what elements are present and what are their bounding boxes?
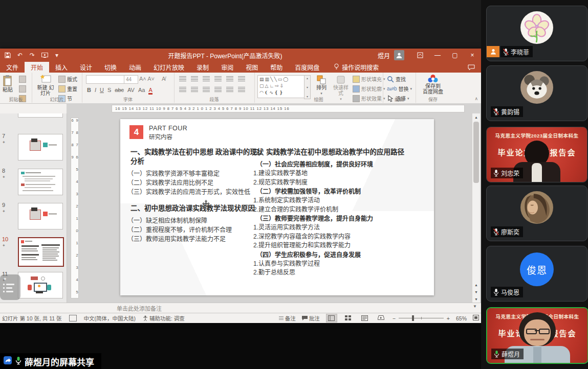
text-direction-icon[interactable]	[238, 76, 245, 82]
tab-record[interactable]: 录制	[190, 62, 215, 73]
shape-row-2[interactable]: ▢△∟⇨⇩	[259, 83, 303, 89]
save-to-baidu-netdisk-button[interactable]: 保存到 百度网盘	[421, 74, 445, 95]
bold-button[interactable]: B	[87, 87, 91, 93]
fit-to-window-button[interactable]	[473, 315, 479, 321]
change-case-button[interactable]: Aa	[138, 87, 145, 93]
thumbnail-slide-8[interactable]	[18, 169, 63, 195]
floating-list-overlay[interactable]: ✦	[0, 274, 20, 300]
slideshow-from-start-icon[interactable]	[41, 52, 48, 59]
italic-button[interactable]: I	[95, 87, 96, 93]
reading-view-button[interactable]	[360, 314, 370, 322]
shape-gallery[interactable]: ▤▥╲╲▭◯ ▢△∟⇨⇩ ◠❨∿❴❵	[257, 75, 306, 98]
next-slide-button[interactable]: ▼	[472, 288, 480, 295]
redo-button[interactable]: ↷	[29, 52, 36, 59]
tab-baidu-netdisk[interactable]: 百度网盘	[289, 62, 325, 73]
zoom-in-button[interactable]: +	[447, 315, 450, 321]
scroll-down-button[interactable]: ▼	[472, 295, 480, 303]
justify-icon[interactable]	[214, 87, 222, 93]
reset-button[interactable]: 重置	[58, 85, 77, 93]
numbering-icon[interactable]	[191, 76, 198, 82]
shape-fill-button[interactable]: 形状填充▾	[353, 75, 385, 83]
participant-tile[interactable]: 马克思主义学院2023届全日制本科生 毕业论文开题报告会 刘忠荣	[486, 127, 587, 182]
participant-tile-active-speaker[interactable]: 马克思主义学院2023届全日制本科生 毕业论文开题报告会 薛煜月	[486, 307, 588, 364]
comments-bubble-icon[interactable]	[468, 62, 475, 73]
vertical-ruler[interactable]: 9 8 7 6 5 4 3 2 1 0 1 2 3 4 5 6 7 8 9	[71, 118, 79, 298]
tab-view[interactable]: 视图	[239, 62, 264, 73]
save-icon[interactable]	[4, 52, 11, 59]
participant-tile[interactable]: 李晓菲	[486, 6, 587, 61]
participant-tile[interactable]: 廖斯奕	[486, 186, 587, 241]
notes-pane[interactable]: 单击此处添加备注 ▼	[0, 303, 481, 313]
thumbnail-slide-6-partial[interactable]	[18, 113, 63, 118]
shape-row-1[interactable]: ▤▥╲╲▭◯	[259, 76, 303, 83]
arrange-button[interactable]: 排列▾	[314, 75, 329, 96]
tab-home[interactable]: 开始	[25, 62, 49, 73]
increase-indent-icon[interactable]	[214, 76, 222, 82]
participant-sidebar[interactable]: 李晓菲 黄韵锡	[481, 0, 588, 369]
clear-formatting-icon[interactable]: A̸	[162, 76, 165, 82]
line-spacing-icon[interactable]	[226, 76, 233, 82]
strikethrough-button[interactable]: abc	[115, 87, 124, 93]
accessibility-status[interactable]: 辅助功能: 调查	[143, 314, 185, 322]
new-slide-button[interactable]: 新建 幻灯片	[37, 75, 54, 96]
ribbon-display-options-button[interactable]	[411, 49, 429, 62]
language-status[interactable]: 中文(简体，中国大陆)	[84, 314, 136, 322]
tab-insert[interactable]: 插入	[49, 62, 74, 73]
shape-outline-button[interactable]: 形状轮廓▾	[353, 85, 385, 93]
comments-toggle-button[interactable]: 批注	[302, 314, 320, 322]
account-avatar[interactable]	[394, 50, 404, 60]
collapse-ribbon-button[interactable]: ∧	[474, 96, 478, 101]
font-name-box[interactable]	[86, 75, 125, 84]
decrease-indent-icon[interactable]	[203, 76, 210, 82]
slide-counter[interactable]: 幻灯片 第 10 张, 共 11 张	[2, 314, 62, 322]
qat-customize-dropdown[interactable]: ▾	[53, 52, 60, 59]
tab-slideshow[interactable]: 幻灯片放映	[147, 62, 190, 73]
font-size-box[interactable]: 44	[124, 75, 138, 84]
notes-toggle-button[interactable]: 备注	[279, 314, 296, 322]
tell-me-search[interactable]: 操作说明搜索	[334, 62, 379, 73]
ppt-titlebar[interactable]: ↶ ↷ ▾ 开题报告PPT - PowerPoint(产品激活失败) 煜月 — …	[0, 49, 481, 62]
tab-transitions[interactable]: 切换	[98, 62, 123, 73]
horizontal-ruler[interactable]: 16 15 14 13 12 11 10 9 8 7 6 5 4 3 2 1 0…	[112, 105, 465, 112]
font-color-button[interactable]: A	[148, 87, 152, 95]
cut-icon[interactable]	[19, 76, 26, 83]
tab-design[interactable]: 设计	[74, 62, 98, 73]
minimize-button[interactable]: —	[429, 49, 446, 62]
shape-gallery-scroll[interactable]: ▴▾▾	[304, 75, 311, 99]
account-name[interactable]: 煜月	[378, 51, 390, 60]
tab-file[interactable]: 文件	[0, 62, 25, 73]
char-spacing-button[interactable]: AV	[127, 87, 135, 93]
scroll-up-button[interactable]: ▲	[472, 113, 480, 121]
align-right-icon[interactable]	[203, 87, 210, 93]
notes-placeholder[interactable]: 单击此处添加备注	[117, 304, 162, 312]
close-button[interactable]: ×	[464, 49, 481, 62]
zoom-out-button[interactable]: −	[393, 315, 396, 321]
thumbnail-slide-10-selected[interactable]	[18, 237, 64, 267]
screen-share-banner[interactable]: 薛煜月的屏幕共享	[0, 353, 101, 369]
thumbnail-slide-7[interactable]	[18, 134, 63, 160]
tab-review[interactable]: 审阅	[215, 62, 239, 73]
align-center-icon[interactable]	[191, 87, 198, 93]
thumbnail-slide-9[interactable]	[18, 203, 63, 229]
slide-sorter-view-button[interactable]	[343, 314, 354, 322]
tab-help[interactable]: 帮助	[264, 62, 289, 73]
replace-button[interactable]: a⇄b替换▾	[387, 85, 412, 93]
participant-tile[interactable]: 俊恩 马俊恩	[486, 246, 587, 302]
slideshow-view-button[interactable]	[376, 314, 386, 322]
zoom-level[interactable]: 65%	[456, 315, 467, 321]
undo-button[interactable]: ↶	[16, 52, 24, 59]
previous-slide-button[interactable]: ▲	[472, 281, 480, 288]
maximize-button[interactable]: ▢	[446, 49, 464, 62]
scrollbar-thumb[interactable]	[473, 122, 479, 183]
thumbnail-slide-11[interactable]	[18, 272, 63, 298]
participant-tile[interactable]: 黄韵锡	[486, 65, 587, 121]
zoom-slider-thumb[interactable]	[412, 315, 414, 321]
shape-row-3[interactable]: ◠❨∿❴❵	[259, 89, 303, 96]
smartart-convert-icon[interactable]	[238, 87, 245, 93]
vertical-scrollbar[interactable]: ▲ ▲ ▼ ▼	[472, 113, 480, 303]
copy-icon[interactable]	[19, 85, 26, 93]
zoom-slider[interactable]: − +	[393, 315, 450, 321]
find-button[interactable]: 查找	[387, 75, 412, 83]
normal-view-button[interactable]	[326, 314, 337, 322]
bullets-icon[interactable]	[179, 76, 186, 82]
